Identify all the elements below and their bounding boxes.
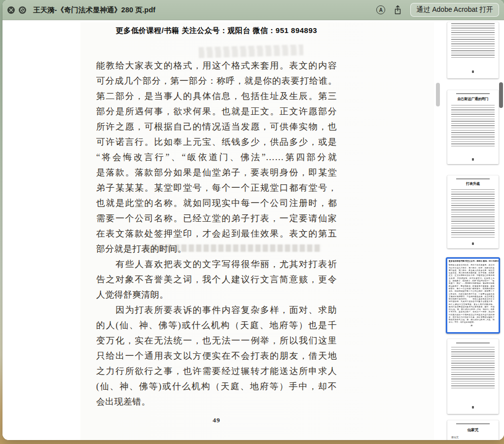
thumbnail-header bbox=[456, 178, 490, 179]
thumbnail-page-number bbox=[472, 158, 474, 161]
body-line: 变万化，实在无法统一，也无法一一例举，所以我们这里 bbox=[96, 333, 337, 348]
body-line: 可分成几个部分，第一部分：称呼，就是你的表要打给谁。 bbox=[96, 73, 337, 89]
body-line: 可许诺言行。比如奉上元宝、纸钱多少，供品多少，或是 bbox=[96, 135, 337, 150]
desktop-wallpaper: 王天漪-《奇门法术显神通》280 页.pdf A 通过 Adobe Acroba… bbox=[0, 0, 504, 444]
block-button[interactable] bbox=[19, 6, 26, 14]
promo-header: 更多低价课程/书籍 关注公众号：观阳台 微信：951 894893 bbox=[96, 26, 337, 35]
page-content: 更多低价课程/书籍 关注公众号：观阳台 微信：951 894893 能教给大家表… bbox=[96, 26, 337, 424]
body-line: 告之对象不吝誉美之词，我个人建议行文言简意赅，更令 bbox=[96, 272, 337, 287]
body-line: 只给出一个通用表文以方便实在不会打表的朋友，借天地 bbox=[96, 348, 337, 364]
thumbnail-text: 能教给大家表文的格式，用这个格式来套用。表文的内容可分成几个部分，第一部分：称呼… bbox=[449, 264, 495, 324]
page-number: 49 bbox=[96, 416, 337, 424]
share-button[interactable] bbox=[394, 5, 402, 15]
body-lines: 能教给大家表文的格式，用这个格式来套用。表文的内容可分成几个部分，第一部分：称呼… bbox=[96, 58, 337, 410]
page-thumbnail-current[interactable]: 更多低价课程/书籍 关注公众号：观阳台 微信：951 894893 能教给大家表… bbox=[446, 257, 500, 334]
body-line: 部分是所遇何事，欲求何果。也就是正文。正文许愿部分 bbox=[96, 104, 337, 119]
open-in-acrobat-button[interactable]: 通过 Adobe Acrobat 打开 bbox=[410, 3, 499, 17]
body-line: 部分就是打表的时间。 bbox=[96, 241, 337, 257]
body-line: 有些人喜欢把表文的文字写得很华丽，尤其对打表祈 bbox=[96, 257, 337, 272]
page-thumbnail[interactable]: 打表升疏 bbox=[447, 175, 499, 248]
thumbnail-sidebar: 自己财运广通的窍门 打表升疏 更多低价课程/书籍 关注公众号：观阳台 微信：95… bbox=[442, 20, 504, 440]
page-thumbnail[interactable]: 自己财运广通的窍门 bbox=[447, 90, 499, 164]
body-line: (仙、神、佛等)或什么机构（天庭、地府等）手中，却不 bbox=[96, 379, 337, 394]
body-line: 是落款。落款部分如果是仙堂弟子，要表明身份，即某堂 bbox=[96, 165, 337, 180]
thumbnail-header bbox=[456, 93, 490, 94]
thumbnail-header: 更多低价课程/书籍 关注公众号：观阳台 微信：951 894893 bbox=[449, 260, 495, 262]
content-area: 更多低价课程/书籍 关注公众号：观阳台 微信：951 894893 能教给大家表… bbox=[2, 20, 504, 440]
thumbnail-text bbox=[451, 347, 495, 388]
thumbnail-title: 自己财运广通的窍门 bbox=[447, 97, 499, 102]
thumbnail-title: 打表升疏 bbox=[447, 181, 499, 186]
thumbnail-page-number bbox=[472, 242, 474, 245]
thumbnail-page-number bbox=[472, 70, 474, 73]
body-line: 需要一个公司名称。已经立堂的弟子打表，一定要请仙家 bbox=[96, 211, 337, 226]
body-line: 弟子某某某。某堂即堂号，每个一个正规堂口都有堂号， bbox=[96, 180, 337, 196]
sidebar-scrollbar[interactable] bbox=[499, 82, 503, 108]
window-title: 王天漪-《奇门法术显神通》280 页.pdf bbox=[33, 5, 155, 15]
body-line: 人觉得舒爽清朗。 bbox=[96, 287, 337, 303]
close-button[interactable] bbox=[7, 6, 15, 14]
body-line: 因为打表所要表诉的事件内容复杂多样，面对、求助 bbox=[96, 303, 337, 318]
body-line: 也就是此堂的名称。就如同现实中每一个公司注册时，都 bbox=[96, 196, 337, 211]
pdf-preview-window: 王天漪-《奇门法术显神通》280 页.pdf A 通过 Adobe Acroba… bbox=[2, 0, 504, 440]
thumbnail-current-page: 更多低价课程/书籍 关注公众号：观阳台 微信：951 894893 能教给大家表… bbox=[447, 259, 499, 332]
thumbnail-page-number bbox=[472, 406, 474, 409]
main-scrollbar[interactable] bbox=[436, 83, 440, 106]
share-icon bbox=[394, 5, 402, 15]
page-thumbnail[interactable]: 仙家咒 请仙咒 bbox=[447, 420, 499, 440]
body-line: 之力行所欲行之事，也许需要经过辗转才能送达所申求人 bbox=[96, 364, 337, 379]
body-line: 在表文落款处签押堂印，才会起到最佳效果。表文的第五 bbox=[96, 226, 337, 241]
body-line: 所许之愿，可根据自己的情况适当发愿，可供俸实物，也 bbox=[96, 119, 337, 135]
body-line: 会出现差错。 bbox=[96, 394, 337, 410]
thumbnail-title: 仙家咒 bbox=[447, 428, 499, 433]
body-line: 第二部分，是当事人的具体信息，包括住址及生辰。第三 bbox=[96, 89, 337, 104]
page-thumbnail[interactable] bbox=[447, 339, 499, 414]
thumbnail-header bbox=[456, 423, 490, 424]
circled-a-icon[interactable]: A bbox=[376, 5, 385, 14]
page-thumbnail[interactable] bbox=[447, 22, 499, 78]
thumbnail-subtitle: 请仙咒 bbox=[451, 436, 459, 439]
body-line: 的人(仙、神、佛等)或什么机构（天庭、地府等）也是千 bbox=[96, 318, 337, 333]
toolbar: 王天漪-《奇门法术显神通》280 页.pdf A 通过 Adobe Acroba… bbox=[2, 0, 504, 20]
thumbnail-text bbox=[451, 189, 495, 238]
thumbnail-text bbox=[451, 105, 495, 146]
toolbar-actions: A 通过 Adobe Acrobat 打开 bbox=[376, 3, 499, 17]
pdf-page: 更多低价课程/书籍 关注公众号：观阳台 微信：951 894893 能教给大家表… bbox=[80, 22, 434, 440]
thumbnail-header bbox=[456, 342, 490, 343]
close-icon bbox=[9, 8, 13, 12]
thumbnail-page-number: 49 bbox=[449, 325, 495, 327]
body-line: “将会悔改言行”、“皈依道门、佛法”……第四部分就 bbox=[96, 150, 337, 165]
body-line: 能教给大家表文的格式，用这个格式来套用。表文的内容 bbox=[96, 58, 337, 73]
block-icon bbox=[20, 7, 25, 13]
thumbnail-text bbox=[451, 23, 495, 59]
